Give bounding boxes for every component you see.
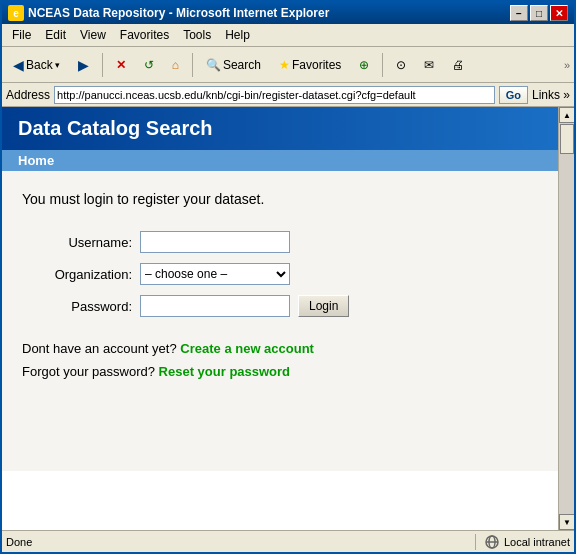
login-button[interactable]: Login — [298, 295, 349, 317]
create-account-text: Dont have an account yet? — [22, 341, 177, 356]
media-button[interactable]: ⊕ — [352, 51, 376, 79]
media-icon: ⊕ — [359, 58, 369, 72]
organization-label: Organization: — [42, 267, 132, 282]
minimize-button[interactable]: − — [510, 5, 528, 21]
page: Data Catalog Search Home You must login … — [2, 107, 558, 530]
search-icon: 🔍 — [206, 58, 221, 72]
browser-window: e NCEAS Data Repository - Microsoft Inte… — [0, 0, 576, 554]
links-label: Links » — [532, 88, 570, 102]
menu-bar: File Edit View Favorites Tools Help — [2, 24, 574, 47]
create-account-row: Dont have an account yet? Create a new a… — [22, 337, 538, 360]
address-bar: Address Go Links » — [2, 83, 574, 107]
mail-icon: ✉ — [424, 58, 434, 72]
menu-favorites[interactable]: Favorites — [114, 26, 175, 44]
print-button[interactable]: 🖨 — [445, 51, 471, 79]
go-button[interactable]: Go — [499, 86, 528, 104]
zone-label: Local intranet — [504, 536, 570, 548]
window-title: NCEAS Data Repository - Microsoft Intern… — [28, 6, 329, 20]
stop-button[interactable]: ✕ — [109, 51, 133, 79]
title-bar-text: e NCEAS Data Repository - Microsoft Inte… — [8, 5, 329, 21]
main-content: You must login to register your dataset.… — [2, 171, 558, 471]
maximize-button[interactable]: □ — [530, 5, 548, 21]
status-zone: Local intranet — [475, 534, 570, 550]
toolbar-extend-icon: » — [564, 59, 570, 71]
menu-help[interactable]: Help — [219, 26, 256, 44]
refresh-button[interactable]: ↺ — [137, 51, 161, 79]
page-header: Data Catalog Search — [2, 107, 558, 150]
browser-content: Data Catalog Search Home You must login … — [2, 107, 574, 530]
title-bar-controls: − □ ✕ — [510, 5, 568, 21]
menu-file[interactable]: File — [6, 26, 37, 44]
search-label: Search — [223, 58, 261, 72]
address-input[interactable] — [54, 86, 495, 104]
organization-row: Organization: – choose one – — [42, 263, 538, 285]
forgot-password-row: Forgot your password? Reset your passwor… — [22, 360, 538, 383]
forgot-text: Forgot your password? — [22, 364, 155, 379]
forward-button[interactable]: ▶ — [71, 51, 96, 79]
stop-icon: ✕ — [116, 58, 126, 72]
toolbar-sep-3 — [382, 53, 383, 77]
organization-select[interactable]: – choose one – — [140, 263, 290, 285]
toolbar-sep-2 — [192, 53, 193, 77]
status-text: Done — [6, 536, 467, 548]
login-message: You must login to register your dataset. — [22, 191, 538, 207]
history-icon: ⊙ — [396, 58, 406, 72]
favorites-icon: ★ — [279, 58, 290, 72]
forward-icon: ▶ — [78, 57, 89, 73]
refresh-icon: ↺ — [144, 58, 154, 72]
ie-icon: e — [8, 5, 24, 21]
account-links: Dont have an account yet? Create a new a… — [22, 337, 538, 384]
login-form: Username: Organization: – choose one – P… — [42, 231, 538, 317]
favorites-label: Favorites — [292, 58, 341, 72]
password-label: Password: — [42, 299, 132, 314]
zone-icon — [484, 534, 500, 550]
home-icon: ⌂ — [172, 58, 179, 72]
toolbar: ◀ Back ▾ ▶ ✕ ↺ ⌂ 🔍 Search ★ Favorites ⊕ — [2, 47, 574, 83]
close-button[interactable]: ✕ — [550, 5, 568, 21]
password-row: Password: Login — [42, 295, 538, 317]
scroll-track[interactable] — [559, 123, 574, 514]
back-dropdown-icon[interactable]: ▾ — [55, 60, 60, 70]
home-button[interactable]: ⌂ — [165, 51, 186, 79]
history-button[interactable]: ⊙ — [389, 51, 413, 79]
menu-edit[interactable]: Edit — [39, 26, 72, 44]
back-button[interactable]: ◀ Back ▾ — [6, 51, 67, 79]
create-account-link[interactable]: Create a new account — [180, 341, 314, 356]
toolbar-sep-1 — [102, 53, 103, 77]
nav-strip: Home — [2, 150, 558, 171]
page-title: Data Catalog Search — [18, 117, 542, 140]
address-label: Address — [6, 88, 50, 102]
username-label: Username: — [42, 235, 132, 250]
username-input[interactable] — [140, 231, 290, 253]
back-label: Back — [26, 58, 53, 72]
search-button[interactable]: 🔍 Search — [199, 51, 268, 79]
scroll-down-button[interactable]: ▼ — [559, 514, 574, 530]
menu-tools[interactable]: Tools — [177, 26, 217, 44]
title-bar: e NCEAS Data Repository - Microsoft Inte… — [2, 2, 574, 24]
home-nav-link[interactable]: Home — [18, 153, 54, 168]
favorites-button[interactable]: ★ Favorites — [272, 51, 348, 79]
vertical-scrollbar[interactable]: ▲ ▼ — [558, 107, 574, 530]
scroll-up-button[interactable]: ▲ — [559, 107, 574, 123]
menu-view[interactable]: View — [74, 26, 112, 44]
reset-password-link[interactable]: Reset your password — [159, 364, 291, 379]
mail-button[interactable]: ✉ — [417, 51, 441, 79]
status-bar: Done Local intranet — [2, 530, 574, 552]
password-input[interactable] — [140, 295, 290, 317]
scroll-thumb[interactable] — [560, 124, 574, 154]
username-row: Username: — [42, 231, 538, 253]
print-icon: 🖨 — [452, 58, 464, 72]
back-icon: ◀ — [13, 57, 24, 73]
